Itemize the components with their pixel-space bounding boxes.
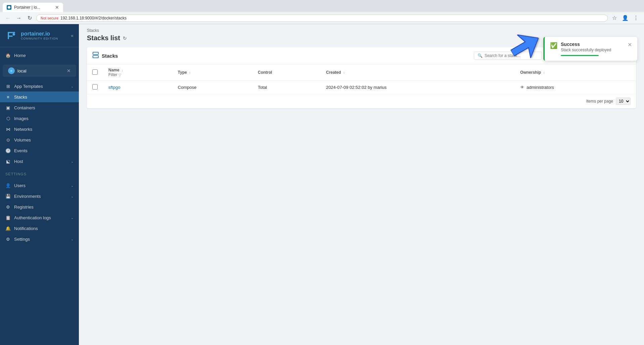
settings-chevron-icon: ⌄ — [71, 237, 73, 241]
browser-tab[interactable]: Portainer | lo... ✕ — [3, 3, 63, 12]
extensions-button[interactable]: ⋮ — [632, 14, 640, 22]
sidebar-item-home[interactable]: 🏠 Home — [0, 50, 79, 61]
reload-button[interactable]: ↻ — [26, 14, 34, 22]
ownership-cell: 👁 administrators — [520, 85, 631, 90]
registries-icon: ⚙ — [5, 204, 11, 210]
forward-button[interactable]: → — [15, 14, 23, 22]
sidebar-host-label: Host — [14, 159, 67, 164]
toast-message: Stack successfully deployed — [561, 48, 624, 52]
breadcrumb: Stacks — [87, 28, 636, 33]
refresh-button[interactable]: ↻ — [123, 36, 127, 41]
notifications-icon: 🔔 — [5, 226, 11, 231]
bookmark-button[interactable]: ☆ — [610, 14, 618, 22]
toast-content: Success Stack successfully deployed — [561, 42, 624, 56]
sidebar-item-events[interactable]: 🕐 Events — [0, 145, 79, 156]
header-type-label: Type — [178, 70, 187, 75]
stacks-nav-icon: ≡ — [5, 94, 11, 100]
sidebar-item-auth-logs[interactable]: 📋 Authentication logs ⌄ — [0, 212, 79, 223]
env-name: local — [17, 68, 64, 73]
sidebar-env-item[interactable]: ≡ local ✕ — [3, 65, 76, 77]
toast-container: ✅ Success Stack successfully deployed ✕ — [543, 37, 637, 61]
sidebar-events-label: Events — [14, 148, 73, 153]
sidebar-environments-label: Environments — [14, 194, 67, 199]
sidebar-collapse-button[interactable]: « — [71, 33, 73, 38]
sidebar-networks-label: Networks — [14, 127, 73, 132]
created-sort-icon: ↕ — [343, 71, 345, 74]
row-checkbox-cell — [87, 81, 103, 94]
tab-close-btn[interactable]: ✕ — [55, 5, 59, 10]
name-filter-button[interactable]: Filter ▽ — [108, 72, 121, 77]
sidebar-auth-logs-label: Authentication logs — [14, 215, 67, 220]
sidebar-volumes-label: Volumes — [14, 137, 73, 142]
header-control: Control — [252, 64, 320, 81]
sidebar-item-app-templates[interactable]: ⊞ App Templates ⌄ — [0, 81, 79, 92]
sidebar-nav-section: ⊞ App Templates ⌄ ≡ Stacks ▣ Containers … — [0, 78, 79, 169]
sidebar-item-networks[interactable]: ⋈ Networks — [0, 124, 79, 134]
sidebar-app-templates-label: App Templates — [14, 84, 67, 89]
settings-section-label: Settings — [0, 169, 79, 177]
items-per-page-select[interactable]: 10 — [616, 98, 631, 105]
address-bar[interactable]: Not secure 192.168.1.18:9000/#/2/docker/… — [36, 14, 608, 22]
sidebar-item-volumes[interactable]: ⊙ Volumes — [0, 134, 79, 145]
logo-name: portainer.io — [21, 31, 58, 37]
table-body: sftpgo Compose Total 2024-07-09 02:52:02… — [87, 81, 636, 94]
sidebar-item-images[interactable]: ⬡ Images — [0, 113, 79, 124]
sidebar-item-notifications[interactable]: 🔔 Notifications — [0, 223, 79, 234]
volumes-icon: ⊙ — [5, 137, 11, 142]
images-icon: ⬡ — [5, 116, 11, 121]
settings-icon: ⚙ — [5, 236, 11, 242]
sidebar-item-containers[interactable]: ▣ Containers — [0, 102, 79, 113]
sidebar-item-host[interactable]: ⬕ Host ⌄ — [0, 156, 79, 167]
sidebar-item-environments[interactable]: 💾 Environments ⌄ — [0, 191, 79, 202]
portainer-logo-icon — [5, 30, 17, 42]
sidebar-stacks-label: Stacks — [14, 95, 73, 100]
env-close-btn[interactable]: ✕ — [67, 68, 71, 73]
host-chevron-icon: ⌄ — [71, 160, 73, 163]
sidebar-item-users[interactable]: 👤 Users ⌄ — [0, 180, 79, 191]
sidebar-logo: portainer.io Community Edition « — [0, 24, 79, 47]
header-type[interactable]: Type ↕ — [172, 64, 252, 81]
env-icon: ≡ — [8, 67, 15, 74]
name-sort-icon: ↓ — [121, 68, 123, 72]
select-all-checkbox[interactable] — [92, 69, 98, 75]
row-checkbox[interactable] — [92, 84, 98, 90]
sidebar-images-label: Images — [14, 116, 73, 121]
toast-title: Success — [561, 42, 624, 47]
sidebar-notifications-label: Notifications — [14, 226, 73, 231]
app-templates-chevron-icon: ⌄ — [71, 84, 73, 88]
address-text: 192.168.1.18:9000/#/2/docker/stacks — [60, 16, 127, 20]
items-per-page-label: Items per page — [586, 99, 613, 104]
header-name-label: Name — [108, 68, 119, 72]
header-name[interactable]: Name ↓ Filter ▽ — [103, 64, 172, 81]
header-ownership[interactable]: Ownership ↕ — [515, 64, 636, 81]
svg-rect-3 — [93, 55, 99, 58]
stack-name-link[interactable]: sftpgo — [108, 85, 120, 90]
home-icon: 🏠 — [5, 53, 11, 58]
not-secure-label: Not secure — [41, 16, 58, 20]
auth-logs-icon: 📋 — [5, 215, 11, 220]
panel-title-text: Stacks — [102, 53, 118, 59]
profile-button[interactable]: 👤 — [621, 14, 629, 22]
sidebar-item-registries[interactable]: ⚙ Registries — [0, 202, 79, 212]
filter-icon: ▽ — [118, 73, 121, 77]
header-created[interactable]: Created ↕ — [320, 64, 515, 81]
type-sort-icon: ↕ — [189, 71, 191, 74]
header-ownership-label: Ownership — [520, 70, 541, 75]
tab-title: Portainer | lo... — [14, 5, 52, 10]
row-created-cell: 2024-07-09 02:52:02 by marius — [320, 81, 515, 94]
environments-icon: 💾 — [5, 193, 11, 199]
sidebar-item-stacks[interactable]: ≡ Stacks — [0, 92, 79, 102]
page-title-text: Stacks list — [87, 34, 120, 42]
sidebar-item-settings[interactable]: ⚙ Settings ⌄ — [0, 234, 79, 244]
sidebar-settings-label: Settings — [14, 237, 67, 242]
panel-title: Stacks — [92, 52, 470, 60]
back-button[interactable]: ← — [4, 14, 12, 22]
table-row: sftpgo Compose Total 2024-07-09 02:52:02… — [87, 81, 636, 94]
filter-label: Filter — [108, 72, 117, 77]
app-templates-icon: ⊞ — [5, 83, 11, 89]
svg-rect-2 — [93, 52, 99, 54]
toast-progress-bar — [561, 55, 599, 56]
events-icon: 🕐 — [5, 148, 11, 153]
ownership-sort-icon: ↕ — [543, 71, 545, 74]
toast-close-button[interactable]: ✕ — [628, 42, 632, 48]
